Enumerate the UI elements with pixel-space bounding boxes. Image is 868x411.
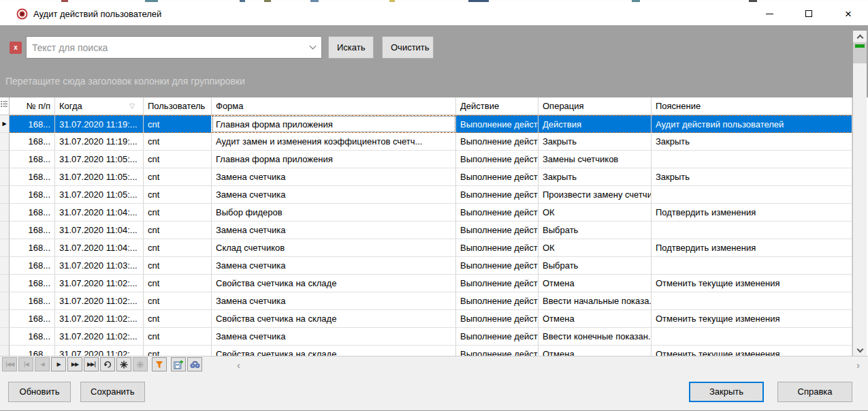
grid-cell[interactable]: cnt bbox=[144, 239, 212, 257]
row-indicator[interactable] bbox=[0, 204, 10, 222]
grid-cell[interactable]: Замена счетчика bbox=[212, 257, 456, 275]
grid-cell[interactable]: 31.07.2020 11:02:... bbox=[55, 310, 144, 328]
row-indicator[interactable] bbox=[0, 292, 10, 310]
grid-cell[interactable]: 31.07.2020 11:02:... bbox=[55, 292, 144, 310]
grid-cell[interactable]: Закрыть bbox=[539, 168, 652, 186]
grid-cell[interactable] bbox=[652, 257, 852, 275]
grid-cell[interactable]: 168... bbox=[10, 292, 55, 310]
grid-cell[interactable]: Выполнение действ... bbox=[456, 292, 539, 310]
grid-cell[interactable]: Главная форма приложения bbox=[212, 115, 456, 133]
grid-cell[interactable]: 168... bbox=[10, 222, 55, 239]
grid-corner-button[interactable] bbox=[0, 97, 10, 115]
grid-cell[interactable]: cnt bbox=[144, 292, 212, 310]
column-header-1[interactable]: Когда▽ bbox=[55, 97, 144, 115]
grid-cell[interactable]: cnt bbox=[144, 151, 212, 168]
scroll-down-button[interactable] bbox=[853, 344, 867, 356]
grid-cell[interactable]: Главная форма приложения bbox=[212, 151, 456, 168]
grid-cell[interactable]: Аудит действий пользователей bbox=[652, 115, 852, 133]
row-indicator[interactable] bbox=[0, 310, 10, 328]
grid-cell[interactable]: Выполнение действ... bbox=[456, 222, 539, 239]
grid-cell[interactable]: Закрыть bbox=[652, 168, 852, 186]
maximize-button[interactable] bbox=[789, 2, 829, 25]
grid-cell[interactable]: Отменить текущие изменения bbox=[652, 346, 852, 356]
column-header-0[interactable]: № п/п bbox=[10, 97, 55, 115]
nav-refresh-button[interactable] bbox=[100, 357, 115, 371]
grid-cell[interactable] bbox=[652, 186, 852, 204]
hscroll-right-button[interactable]: › bbox=[856, 356, 860, 373]
grid-cell[interactable]: 168... bbox=[10, 168, 55, 186]
grid-cell[interactable]: cnt bbox=[144, 310, 212, 328]
grid-cell[interactable]: 31.07.2020 11:05:... bbox=[55, 186, 144, 204]
grid-cell[interactable]: 168... bbox=[10, 239, 55, 257]
refresh-button[interactable]: Обновить bbox=[8, 382, 71, 402]
grid-cell[interactable]: Подтвердить изменения bbox=[652, 204, 852, 222]
grid-cell[interactable]: Ввести конечные показан... bbox=[539, 328, 652, 346]
grid-cell[interactable]: 31.07.2020 11:02:... bbox=[55, 275, 144, 292]
grid-cell[interactable]: cnt bbox=[144, 133, 212, 151]
scroll-up-button[interactable] bbox=[853, 31, 867, 42]
grid-cell[interactable]: ОК bbox=[539, 239, 652, 257]
grid-cell[interactable]: Выполнение действ... bbox=[456, 115, 539, 133]
nav-last-row-button[interactable]: ▶▶| bbox=[84, 357, 99, 371]
grid-cell[interactable]: 168... bbox=[10, 328, 55, 346]
grid-cell[interactable]: Выполнение действ... bbox=[456, 257, 539, 275]
row-indicator[interactable] bbox=[0, 168, 10, 186]
row-indicator-current[interactable]: ▶ bbox=[0, 115, 10, 133]
grid-cell[interactable]: 31.07.2020 11:02:... bbox=[55, 346, 144, 356]
nav-prior-page-button[interactable]: |◀ bbox=[18, 357, 33, 371]
grid-cell[interactable]: Замены счетчиков bbox=[539, 151, 652, 168]
nav-export-button[interactable] bbox=[171, 357, 186, 371]
grid-cell[interactable] bbox=[652, 151, 852, 168]
grid-cell[interactable]: 168... bbox=[10, 310, 55, 328]
grid-cell[interactable]: ОК bbox=[539, 204, 652, 222]
grid-cell[interactable]: Аудит замен и изменения коэффициентов сч… bbox=[212, 133, 456, 151]
grid-cell[interactable]: Выбор фидеров bbox=[212, 204, 456, 222]
grid-cell[interactable]: Выполнение действ... bbox=[456, 310, 539, 328]
minimize-button[interactable] bbox=[750, 2, 789, 25]
nav-prior-row-button[interactable]: ◀ bbox=[35, 357, 50, 371]
grid-cell[interactable]: Замена счетчика bbox=[212, 328, 456, 346]
grid-cell[interactable]: Свойства счетчика на складе bbox=[212, 275, 456, 292]
grid-cell[interactable]: Действия bbox=[539, 115, 652, 133]
grid-cell[interactable]: 168... bbox=[10, 133, 55, 151]
column-header-5[interactable]: Операция bbox=[539, 97, 652, 115]
row-indicator[interactable] bbox=[0, 346, 10, 356]
grid-cell[interactable] bbox=[652, 222, 852, 239]
grid-cell[interactable]: Выполнение действ... bbox=[456, 186, 539, 204]
save-button[interactable]: Сохранить bbox=[80, 382, 145, 402]
grid-cell[interactable]: Склад счетчиков bbox=[212, 239, 456, 257]
grid-cell[interactable]: Произвести замену счетчи... bbox=[539, 186, 652, 204]
grid-cell[interactable]: 168... bbox=[10, 257, 55, 275]
nav-set-filter-button[interactable] bbox=[116, 357, 131, 371]
grid-cell[interactable]: 31.07.2020 11:04:... bbox=[55, 239, 144, 257]
grid-cell[interactable]: Выбрать bbox=[539, 257, 652, 275]
grid-cell[interactable]: Отмена bbox=[539, 346, 652, 356]
grid-cell[interactable]: Выполнение действ... bbox=[456, 328, 539, 346]
clear-search-x-button[interactable]: x bbox=[10, 42, 22, 54]
grid-cell[interactable]: cnt bbox=[144, 186, 212, 204]
grid-cell[interactable] bbox=[652, 328, 852, 346]
nav-find-button[interactable] bbox=[187, 357, 202, 371]
row-indicator[interactable] bbox=[0, 186, 10, 204]
grid-cell[interactable]: Выполнение действ... bbox=[456, 346, 539, 356]
close-button[interactable]: × bbox=[829, 2, 868, 25]
grid-cell[interactable]: cnt bbox=[144, 168, 212, 186]
grid-cell[interactable]: 168... bbox=[10, 346, 55, 356]
search-input[interactable] bbox=[27, 37, 304, 58]
grid-cell[interactable]: Свойства счетчика на складе bbox=[212, 310, 456, 328]
grid-cell[interactable]: Выполнение действ... bbox=[456, 275, 539, 292]
nav-next-row-button[interactable]: ▶ bbox=[51, 357, 66, 371]
row-indicator[interactable] bbox=[0, 222, 10, 239]
grid-cell[interactable]: Выполнение действ... bbox=[456, 168, 539, 186]
grid-cell[interactable]: 31.07.2020 11:05:... bbox=[55, 168, 144, 186]
grid-cell[interactable]: 168... bbox=[10, 204, 55, 222]
grid-cell[interactable]: Свойства счетчика на складе bbox=[212, 346, 456, 356]
grid-cell[interactable]: cnt bbox=[144, 346, 212, 356]
grid-cell[interactable]: Замена счетчика bbox=[212, 292, 456, 310]
grid-cell[interactable]: 168... bbox=[10, 151, 55, 168]
nav-filter-button[interactable] bbox=[152, 357, 167, 371]
grid-cell[interactable]: Отмена bbox=[539, 275, 652, 292]
grid-cell[interactable]: cnt bbox=[144, 115, 212, 133]
grid-cell[interactable]: cnt bbox=[144, 328, 212, 346]
grid-cell[interactable]: Выбрать bbox=[539, 222, 652, 239]
